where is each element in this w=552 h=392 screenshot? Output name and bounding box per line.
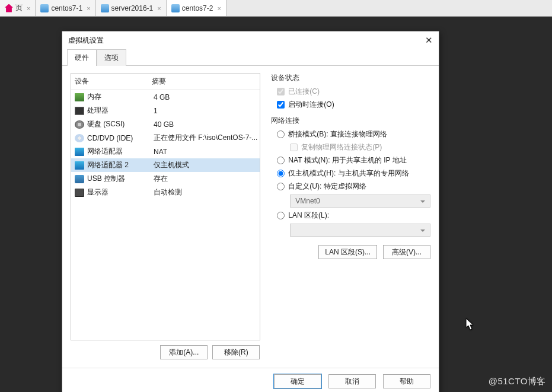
dialog-close-button[interactable]: ✕ [425, 35, 433, 46]
outer-tab-centos7-1[interactable]: centos7-1 × [36, 0, 95, 16]
device-row-display[interactable]: 显示器 自动检测 [71, 186, 260, 199]
connected-input [277, 88, 285, 95]
device-summary: 1 [154, 107, 257, 115]
close-icon[interactable]: × [27, 5, 30, 12]
connected-label: 已连接(C) [288, 87, 320, 97]
tab-label: server2016-1 [111, 4, 154, 12]
lanseg-radio[interactable]: LAN 区段(L): [277, 211, 430, 221]
tab-options[interactable]: 选项 [97, 49, 126, 66]
disk-icon [75, 120, 84, 129]
device-summary: 仅主机模式 [154, 160, 257, 170]
dialog-footer: 确定 取消 帮助 [62, 368, 439, 392]
mouse-cursor-icon [466, 318, 474, 330]
outer-tab-home[interactable]: 页 × [0, 0, 36, 16]
device-row-net1[interactable]: 网络适配器 NAT [71, 145, 260, 158]
lanseg-select [290, 224, 430, 237]
bridged-label: 桥接模式(B): 直接连接物理网络 [288, 129, 387, 139]
device-name: USB 控制器 [87, 174, 154, 184]
lan-segments-button[interactable]: LAN 区段(S)... [318, 245, 377, 259]
device-name: 硬盘 (SCSI) [87, 119, 154, 129]
vm-icon [171, 4, 180, 12]
network-connection-group: 网络连接 桥接模式(B): 直接连接物理网络 复制物理网络连接状态(P) [271, 116, 430, 237]
vm-icon [40, 4, 49, 12]
vmnet-select: VMnet0 [290, 195, 430, 208]
nat-radio[interactable]: NAT 模式(N): 用于共享主机的 IP 地址 [277, 155, 430, 165]
connect-at-poweron-input[interactable] [277, 101, 285, 109]
nat-input[interactable] [277, 157, 285, 164]
group-title-network: 网络连接 [271, 116, 430, 126]
nat-label: NAT 模式(N): 用于共享主机的 IP 地址 [288, 155, 406, 165]
home-icon [5, 4, 13, 12]
dialog-titlebar: 虚拟机设置 ✕ [62, 31, 439, 49]
close-icon[interactable]: × [217, 5, 221, 12]
network-icon [75, 161, 84, 170]
app-tab-strip: 页 × centos7-1 × server2016-1 × centos7-2… [0, 0, 552, 17]
device-details-pane: 设备状态 已连接(C) 启动时连接(O) 网络连接 [271, 73, 430, 364]
outer-tab-server2016-1[interactable]: server2016-1 × [96, 0, 167, 16]
tab-hardware[interactable]: 硬件 [67, 49, 97, 66]
add-device-button[interactable]: 添加(A)... [160, 345, 208, 359]
cd-icon [75, 134, 84, 142]
watermark-text: @51CTO博客 [489, 376, 546, 387]
lanseg-input[interactable] [277, 212, 285, 219]
monitor-icon [75, 189, 84, 197]
tab-label: centos7-1 [51, 4, 82, 12]
device-table: 设备 摘要 内存 4 GB 处理器 1 硬盘 [71, 73, 260, 340]
connect-at-poweron-label: 启动时连接(O) [288, 100, 334, 110]
connect-at-poweron-checkbox[interactable]: 启动时连接(O) [277, 100, 430, 110]
close-icon[interactable]: × [87, 5, 90, 12]
remove-device-button[interactable]: 移除(R) [212, 345, 260, 359]
device-row-usb[interactable]: USB 控制器 存在 [71, 172, 260, 186]
vm-icon [101, 4, 109, 12]
vmnet-value: VMnet0 [295, 197, 320, 205]
device-row-net2[interactable]: 网络适配器 2 仅主机模式 [71, 158, 260, 172]
bridged-input[interactable] [277, 130, 285, 138]
hostonly-input[interactable] [277, 170, 285, 177]
custom-label: 自定义(U): 特定虚拟网络 [288, 181, 366, 192]
device-name: 网络适配器 [87, 146, 154, 157]
device-name: 网络适配器 2 [87, 160, 154, 170]
outer-tab-centos7-2[interactable]: centos7-2 × [167, 0, 226, 16]
device-row-disk[interactable]: 硬盘 (SCSI) 40 GB [71, 117, 260, 131]
ok-button[interactable]: 确定 [274, 374, 321, 388]
replicate-label: 复制物理网络连接状态(P) [301, 142, 382, 152]
desktop-area: 虚拟机设置 ✕ 硬件 选项 设备 摘要 内存 4 GB [0, 17, 552, 392]
device-summary: 存在 [154, 174, 257, 184]
hostonly-label: 仅主机模式(H): 与主机共享的专用网络 [288, 168, 409, 179]
memory-icon [75, 93, 84, 101]
device-row-cpu[interactable]: 处理器 1 [71, 104, 260, 117]
device-row-cd[interactable]: CD/DVD (IDE) 正在使用文件 F:\iso\CentOS-7-... [71, 131, 260, 145]
device-row-memory[interactable]: 内存 4 GB [71, 90, 260, 104]
device-summary: 4 GB [154, 93, 257, 101]
vm-settings-dialog: 虚拟机设置 ✕ 硬件 选项 设备 摘要 内存 4 GB [62, 31, 439, 392]
device-list-pane: 设备 摘要 内存 4 GB 处理器 1 硬盘 [71, 73, 260, 364]
device-status-group: 设备状态 已连接(C) 启动时连接(O) [271, 73, 430, 110]
advanced-button[interactable]: 高级(V)... [383, 245, 430, 259]
device-summary: NAT [154, 148, 257, 156]
custom-radio[interactable]: 自定义(U): 特定虚拟网络 [277, 181, 430, 192]
group-title-status: 设备状态 [271, 73, 430, 83]
dialog-title: 虚拟机设置 [68, 36, 104, 46]
device-summary: 40 GB [154, 120, 257, 129]
hostonly-radio[interactable]: 仅主机模式(H): 与主机共享的专用网络 [277, 168, 430, 179]
device-table-header: 设备 摘要 [71, 74, 260, 90]
usb-icon [75, 175, 84, 183]
device-summary: 正在使用文件 F:\iso\CentOS-7-... [154, 133, 257, 143]
col-device: 设备 [71, 74, 148, 90]
device-summary: 自动检测 [154, 187, 257, 197]
replicate-checkbox: 复制物理网络连接状态(P) [277, 142, 430, 152]
device-name: CD/DVD (IDE) [87, 134, 154, 142]
replicate-input [290, 144, 298, 151]
device-name: 内存 [87, 92, 154, 102]
bridged-radio[interactable]: 桥接模式(B): 直接连接物理网络 [277, 129, 430, 139]
lanseg-label: LAN 区段(L): [288, 211, 329, 221]
cancel-button[interactable]: 取消 [328, 374, 376, 388]
dialog-tabs: 硬件 选项 [62, 49, 439, 66]
cpu-icon [75, 107, 84, 115]
device-name: 处理器 [87, 106, 154, 116]
custom-input[interactable] [277, 183, 285, 190]
device-name: 显示器 [87, 187, 154, 197]
help-button[interactable]: 帮助 [383, 374, 430, 388]
close-icon[interactable]: × [157, 5, 161, 12]
tab-label: 页 [15, 3, 23, 13]
